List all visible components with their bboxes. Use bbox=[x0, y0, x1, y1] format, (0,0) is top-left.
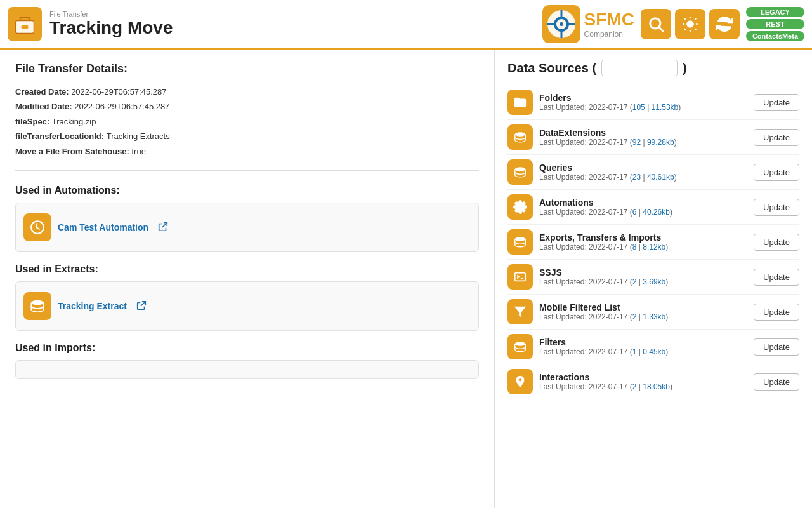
sfmc-text-block: SFMC Companion bbox=[584, 10, 634, 39]
update-button-filters[interactable]: Update bbox=[754, 338, 799, 356]
file-transfer-location-label: fileTransferLocationId: bbox=[15, 131, 107, 141]
created-date-label: Created Date: bbox=[15, 87, 71, 97]
data-sources-list: Folders Last Updated: 2022-07-17 (105 | … bbox=[508, 85, 799, 399]
svg-point-14 bbox=[515, 132, 526, 136]
update-button-automations[interactable]: Update bbox=[754, 199, 799, 216]
update-button-interactions[interactable]: Update bbox=[754, 373, 799, 391]
ds-size-mobile-filtered-list: 1.33kb bbox=[643, 312, 665, 321]
data-sources-suffix: ) bbox=[683, 61, 687, 76]
file-transfer-details-block: Created Date: 2022-06-29T06:57:45.287 Mo… bbox=[15, 84, 479, 171]
update-button-mobile-filtered-list[interactable]: Update bbox=[754, 304, 799, 321]
ds-name-automations: Automations bbox=[539, 197, 747, 208]
update-button-queries[interactable]: Update bbox=[754, 164, 799, 181]
extract-item-label[interactable]: Tracking Extract bbox=[58, 301, 127, 311]
ds-info-mobile-filtered-list: Mobile Filtered List Last Updated: 2022-… bbox=[539, 302, 747, 321]
refresh-icon-button[interactable] bbox=[709, 9, 740, 39]
header-icon-buttons bbox=[641, 9, 740, 39]
update-button-ssjs[interactable]: Update bbox=[754, 269, 799, 286]
data-source-row: Folders Last Updated: 2022-07-17 (105 | … bbox=[508, 85, 799, 120]
ds-info-queries: Queries Last Updated: 2022-07-17 (23 | 4… bbox=[539, 163, 747, 182]
ds-size-automations: 40.26kb bbox=[643, 208, 670, 217]
update-button-data-extensions[interactable]: Update bbox=[754, 129, 799, 146]
svg-point-19 bbox=[515, 342, 526, 345]
ds-count-folders: 105 bbox=[632, 103, 645, 112]
data-source-row: DataExtensions Last Updated: 2022-07-17 … bbox=[508, 120, 799, 155]
data-source-row: SSJS Last Updated: 2022-07-17 (2 | 3.69k… bbox=[508, 260, 799, 295]
ds-name-filters: Filters bbox=[539, 337, 747, 347]
ds-size-data-extensions: 99.28kb bbox=[647, 138, 674, 147]
ds-name-data-extensions: DataExtensions bbox=[539, 128, 747, 138]
ds-meta-ssjs: Last Updated: 2022-07-17 (2 | 3.69kb) bbox=[539, 277, 747, 286]
search-icon-button[interactable] bbox=[641, 9, 671, 39]
detail-modified-date: Modified Date: 2022-06-29T06:57:45.287 bbox=[15, 99, 479, 114]
detail-move-safehouse: Move a File From Safehouse: true bbox=[15, 144, 479, 159]
page-title: Tracking Move bbox=[49, 18, 173, 38]
ds-meta-mobile-filtered-list: Last Updated: 2022-07-17 (2 | 1.33kb) bbox=[539, 312, 747, 321]
data-sources-prefix: Data Sources ( bbox=[508, 61, 596, 76]
data-source-row: Exports, Transfers & Imports Last Update… bbox=[508, 225, 799, 260]
data-source-row: Interactions Last Updated: 2022-07-17 (2… bbox=[508, 364, 799, 399]
data-sources-search-input[interactable] bbox=[601, 60, 678, 76]
data-source-row: Automations Last Updated: 2022-07-17 (6 … bbox=[508, 190, 799, 225]
svg-rect-2 bbox=[22, 25, 29, 28]
app-logo-icon bbox=[8, 7, 42, 41]
ds-meta-folders: Last Updated: 2022-07-17 (105 | 11.53kb) bbox=[539, 103, 747, 112]
ds-count-exports-transfers-imports: 8 bbox=[632, 243, 637, 251]
ds-name-ssjs: SSJS bbox=[539, 267, 747, 277]
svg-point-5 bbox=[560, 22, 563, 26]
ds-name-folders: Folders bbox=[539, 93, 747, 103]
move-safehouse-label: Move a File From Safehouse: bbox=[15, 147, 132, 156]
ds-count-ssjs: 2 bbox=[632, 277, 637, 286]
nav-pill-contacts[interactable]: ContactsMeta bbox=[746, 31, 804, 41]
svg-point-13 bbox=[31, 300, 44, 305]
svg-point-15 bbox=[515, 167, 526, 171]
nav-pills: LEGACY REST ContactsMeta bbox=[746, 7, 804, 41]
used-in-imports-section: Used in Imports: bbox=[15, 342, 479, 379]
automations-items-container: Cam Test Automation bbox=[15, 203, 479, 252]
move-safehouse-value: true bbox=[132, 147, 146, 156]
list-item[interactable]: Cam Test Automation bbox=[23, 210, 471, 245]
update-button-exports-transfers-imports[interactable]: Update bbox=[754, 234, 799, 251]
data-sources-header: Data Sources ( ) bbox=[508, 60, 799, 76]
nav-pill-rest[interactable]: REST bbox=[746, 19, 804, 29]
update-button-folders[interactable]: Update bbox=[754, 94, 799, 111]
list-item[interactable]: Tracking Extract bbox=[23, 288, 471, 324]
ds-count-queries: 23 bbox=[632, 173, 641, 182]
created-date-value: 2022-06-29T06:57:45.287 bbox=[71, 87, 166, 97]
detail-file-transfer-location: fileTransferLocationId: Tracking Extract… bbox=[15, 129, 479, 144]
file-transfer-location-value: Tracking Extracts bbox=[107, 131, 170, 141]
ds-name-queries: Queries bbox=[539, 163, 747, 173]
svg-point-17 bbox=[515, 237, 526, 241]
ds-count-interactions: 2 bbox=[632, 382, 637, 391]
ds-icon-queries bbox=[508, 159, 533, 185]
external-link-icon bbox=[136, 300, 148, 312]
used-in-automations-section: Used in Automations: Cam Test Automation bbox=[15, 185, 479, 252]
ds-meta-automations: Last Updated: 2022-07-17 (6 | 40.26kb) bbox=[539, 208, 747, 217]
ds-size-filters: 0.45kb bbox=[643, 347, 665, 356]
ds-meta-interactions: Last Updated: 2022-07-17 (2 | 18.05kb) bbox=[539, 382, 747, 391]
ds-size-folders: 11.53kb bbox=[652, 103, 679, 112]
ds-icon-data-extensions bbox=[508, 124, 533, 150]
automation-item-label[interactable]: Cam Test Automation bbox=[58, 222, 148, 232]
data-source-row: Mobile Filtered List Last Updated: 2022-… bbox=[508, 295, 799, 330]
used-in-automations-title: Used in Automations: bbox=[15, 185, 479, 196]
extracts-items-container: Tracking Extract bbox=[15, 281, 479, 331]
ds-info-filters: Filters Last Updated: 2022-07-17 (1 | 0.… bbox=[539, 337, 747, 356]
ds-info-exports-transfers-imports: Exports, Transfers & Imports Last Update… bbox=[539, 232, 747, 251]
header-subtitle: File Transfer bbox=[49, 10, 173, 18]
svg-rect-18 bbox=[515, 273, 526, 281]
detail-filespec: fileSpec: Tracking.zip bbox=[15, 114, 479, 129]
imports-items-container bbox=[15, 360, 479, 379]
data-source-row: Filters Last Updated: 2022-07-17 (1 | 0.… bbox=[508, 330, 799, 364]
sfmc-logo: SFMC Companion bbox=[542, 5, 634, 43]
settings-icon-button[interactable] bbox=[675, 9, 705, 39]
nav-pill-legacy[interactable]: LEGACY bbox=[746, 7, 804, 17]
header-left: File Transfer Tracking Move bbox=[8, 7, 173, 41]
ds-meta-queries: Last Updated: 2022-07-17 (23 | 40.61kb) bbox=[539, 173, 747, 182]
modified-date-label: Modified Date: bbox=[15, 102, 74, 111]
ds-info-data-extensions: DataExtensions Last Updated: 2022-07-17 … bbox=[539, 128, 747, 147]
ds-icon-automations bbox=[508, 194, 533, 220]
ds-icon-ssjs bbox=[508, 264, 533, 290]
svg-line-11 bbox=[659, 27, 663, 31]
filespec-label: fileSpec: bbox=[15, 117, 52, 126]
